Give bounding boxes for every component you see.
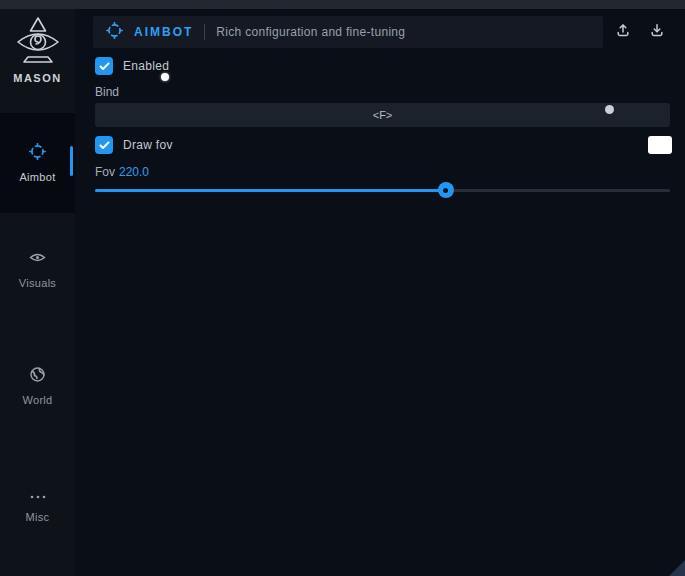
sidebar-item-misc[interactable]: Misc: [0, 476, 75, 532]
bind-input[interactable]: <F>: [95, 103, 670, 127]
download-icon: [649, 22, 665, 42]
page-subtitle: Rich configuration and fine-tuning: [216, 25, 405, 39]
check-icon: [99, 141, 110, 150]
crosshair-icon: [106, 22, 123, 43]
header-divider: [204, 24, 205, 40]
check-icon: [99, 62, 110, 71]
sidebar-item-aimbot[interactable]: Aimbot: [0, 113, 75, 213]
crosshair-icon: [29, 143, 46, 164]
hover-cursor-dot: [605, 105, 614, 114]
sidebar-item-visuals[interactable]: Visuals: [0, 241, 75, 297]
page-title: AIMBOT: [134, 25, 193, 39]
sidebar-item-label: Visuals: [19, 277, 56, 289]
sidebar: MASON Aimbot Visuals: [0, 9, 75, 576]
upload-icon: [615, 22, 631, 42]
sidebar-item-world[interactable]: World: [0, 358, 75, 414]
selected-accent-bar: [70, 146, 73, 176]
enabled-checkbox[interactable]: Enabled: [95, 57, 169, 75]
sidebar-item-label: Aimbot: [19, 171, 55, 183]
brand: MASON: [0, 15, 75, 84]
enabled-label: Enabled: [123, 59, 169, 73]
draw-fov-label: Draw fov: [123, 138, 173, 152]
fov-slider-label: Fov220.0: [95, 165, 149, 179]
fov-value: 220.0: [119, 165, 149, 179]
eye-icon: [29, 249, 46, 270]
sidebar-item-label: Misc: [26, 511, 50, 523]
ellipsis-icon: [29, 486, 47, 504]
download-config-button[interactable]: [644, 19, 670, 45]
bind-value: <F>: [373, 109, 393, 121]
sidebar-item-label: World: [22, 394, 52, 406]
checkbox-checked[interactable]: [95, 57, 113, 75]
draw-fov-checkbox[interactable]: Draw fov: [95, 136, 173, 154]
upload-config-button[interactable]: [610, 19, 636, 45]
fov-color-picker[interactable]: [648, 136, 672, 154]
globe-icon: [29, 366, 46, 387]
fov-label-text: Fov: [95, 165, 115, 179]
fov-slider-fill: [95, 189, 446, 192]
bind-label: Bind: [95, 85, 119, 99]
brand-label: MASON: [13, 72, 61, 84]
game-background-strip: [0, 0, 685, 9]
fov-slider[interactable]: [95, 186, 670, 194]
game-corner-artifact: [669, 560, 685, 576]
fov-slider-handle[interactable]: [438, 182, 454, 198]
page-header: AIMBOT Rich configuration and fine-tunin…: [93, 16, 603, 48]
mouse-cursor-dot: [161, 73, 169, 81]
mason-eye-pyramid-logo: [15, 15, 61, 69]
checkbox-checked[interactable]: [95, 136, 113, 154]
